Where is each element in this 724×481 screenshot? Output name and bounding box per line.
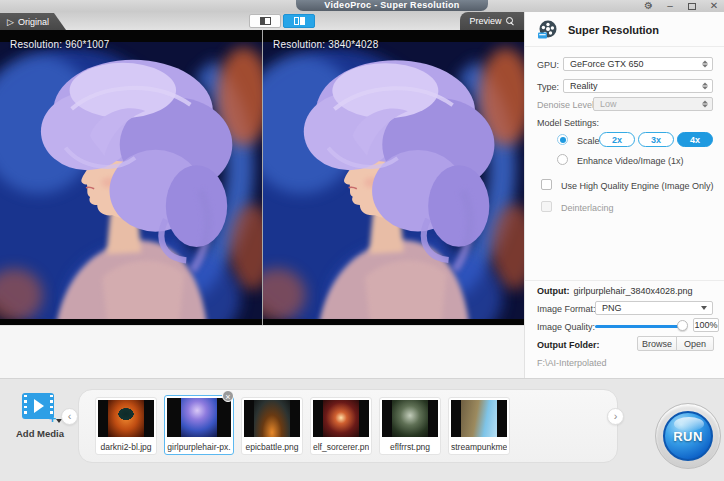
denoise-select: Low	[593, 97, 713, 111]
preview-button[interactable]: Preview	[460, 12, 524, 30]
browse-button[interactable]: Browse	[637, 336, 677, 351]
scale-3x-button[interactable]: 3x	[638, 132, 674, 147]
output-filename: girlpurplehair_3840x4028.png	[573, 286, 692, 296]
app-window: VideoProc - Super Resolution ⚙▾ – ✕ ▷ Or…	[0, 0, 724, 481]
image-format-label: Image Format:	[537, 304, 596, 314]
enhance-radio[interactable]	[557, 154, 568, 165]
comparison-preview: Resolution: 960*1007 Resolution: 3840*40…	[0, 30, 524, 325]
run-button-label: RUN	[673, 429, 703, 444]
split-view-icon	[294, 17, 305, 25]
settings-sidebar: Super Resolution GPU: GeForce GTX 650 Ty…	[524, 12, 724, 378]
window-title: VideoProc - Super Resolution	[296, 0, 488, 11]
maximize-icon[interactable]	[686, 0, 698, 12]
tab-original-label: Original	[18, 17, 49, 27]
denoise-value: Low	[600, 99, 617, 109]
gpu-label: GPU:	[537, 60, 559, 70]
scale-radio[interactable]	[557, 134, 568, 145]
single-view-icon	[260, 17, 271, 25]
chevron-left-icon[interactable]: ‹	[61, 408, 78, 425]
transport-bar	[0, 325, 524, 378]
original-resolution-label: Resolution: 960*1007	[10, 39, 110, 50]
preview-button-label: Preview	[469, 16, 501, 26]
sidebar-title: Super Resolution	[568, 24, 659, 36]
type-select[interactable]: Reality	[563, 79, 713, 93]
thumbnail-list: darkni2-bl.jpg girlpurplehair-px. × epic…	[95, 397, 510, 455]
original-image	[0, 42, 262, 319]
scale-2x-button[interactable]: 2x	[599, 132, 635, 147]
thumbnail-darkni2[interactable]: darkni2-bl.jpg	[95, 397, 157, 455]
gpu-select[interactable]: GeForce GTX 650	[563, 57, 713, 71]
quality-value: 100%	[693, 318, 719, 332]
type-value: Reality	[570, 81, 598, 91]
original-pane[interactable]: Resolution: 960*1007	[0, 30, 262, 325]
split-view-toggle[interactable]	[283, 14, 315, 28]
single-view-toggle[interactable]	[249, 14, 281, 28]
media-bar: + Add Media ‹ › darkni2-bl.jpg girlpurpl…	[0, 378, 724, 481]
image-format-value: PNG	[602, 303, 622, 313]
chevron-right-icon[interactable]: ›	[607, 408, 624, 425]
gear-icon[interactable]: ⚙▾	[642, 0, 654, 12]
upscaled-resolution-label: Resolution: 3840*4028	[273, 39, 378, 50]
scale-label: Scale	[577, 136, 600, 146]
run-button[interactable]: RUN	[663, 411, 713, 461]
quality-slider-handle[interactable]	[677, 320, 688, 331]
thumbnail-epicbattle[interactable]: epicbattle.png	[241, 397, 303, 455]
dropdown-arrow-icon	[701, 306, 707, 310]
play-outline-icon: ▷	[7, 17, 14, 27]
thumbnail-elf-sorcerer[interactable]: elf_sorcerer.png	[310, 397, 372, 455]
run-button-pedestal: RUN	[655, 403, 721, 469]
image-quality-label: Image Quality:	[537, 322, 595, 332]
deinterlacing-checkbox	[541, 201, 552, 212]
hq-engine-checkbox[interactable]	[541, 179, 552, 190]
titlebar: VideoProc - Super Resolution ⚙▾ – ✕	[0, 0, 724, 12]
tab-original[interactable]: ▷ Original	[0, 13, 66, 30]
output-label: Output:	[537, 286, 569, 296]
gear-caret-icon: ▾	[649, 0, 652, 12]
image-format-select[interactable]: PNG	[595, 301, 713, 315]
spinner-icon	[702, 101, 708, 108]
magnifier-icon	[506, 17, 515, 26]
thumbnail-girlpurplehair-selected[interactable]: girlpurplehair-px. ×	[164, 395, 234, 455]
model-settings-label: Model Settings:	[537, 118, 599, 128]
output-path: F:\AI-Interpolated	[537, 358, 607, 368]
add-media-label: Add Media	[12, 428, 68, 439]
scale-4x-button[interactable]: 4x	[677, 132, 713, 147]
open-button[interactable]: Open	[676, 336, 714, 351]
spinner-icon	[702, 61, 708, 68]
close-icon[interactable]: ✕	[708, 0, 720, 12]
add-media-icon: +	[22, 393, 58, 421]
preview-toolbar: ▷ Original Preview	[0, 12, 524, 30]
minimize-icon[interactable]: –	[664, 0, 676, 12]
upscaled-image	[263, 42, 524, 319]
film-reel-icon	[537, 20, 559, 40]
hq-engine-label: Use High Quality Engine (Image Only)	[561, 181, 714, 191]
quality-slider-track[interactable]	[595, 325, 685, 328]
gpu-value: GeForce GTX 650	[570, 59, 644, 69]
upscaled-pane[interactable]: Resolution: 3840*4028	[262, 30, 524, 325]
add-media-button[interactable]: + Add Media	[12, 393, 68, 439]
remove-thumbnail-icon[interactable]: ×	[222, 390, 234, 402]
deinterlacing-label: Deinterlacing	[561, 203, 614, 213]
spinner-icon	[702, 83, 708, 90]
type-label: Type:	[537, 82, 559, 92]
thumbnail-streampunkmega[interactable]: streampunkmega	[448, 397, 510, 455]
enhance-label: Enhance Video/Image (1x)	[577, 156, 683, 166]
denoise-label: Denoise Level:	[537, 100, 597, 110]
view-mode-toggles	[249, 14, 315, 28]
output-folder-label: Output Folder:	[537, 340, 600, 350]
thumbnail-eflfrrst[interactable]: eflfrrst.png	[379, 397, 441, 455]
